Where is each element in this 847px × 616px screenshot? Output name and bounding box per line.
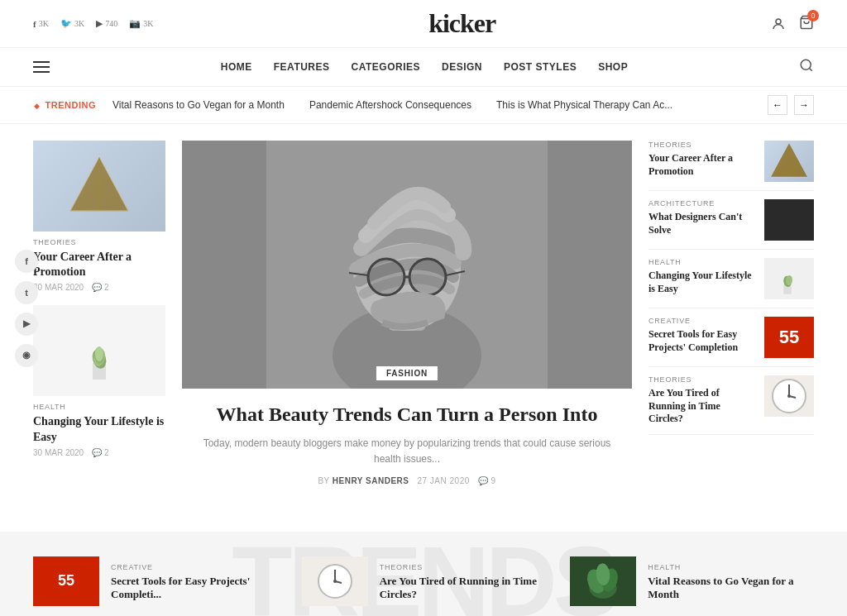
left-card-1-category: THEORIES	[33, 238, 165, 246]
hero-title[interactable]: What Beauty Trends Can Turn a Person Int…	[199, 402, 615, 427]
trending-item-2[interactable]: Pandemic Aftershock Consequences	[309, 99, 471, 111]
left-column: THEORIES Your Career After a Promotion 3…	[33, 141, 165, 499]
youtube-count[interactable]: ▶ 740	[96, 18, 117, 29]
hero-image[interactable]: FASHION	[182, 141, 632, 389]
sidebar-card-1-text: THEORIES Your Career After a Promotion	[648, 141, 756, 178]
svg-point-21	[369, 260, 404, 294]
left-card-2[interactable]: HEALTH Changing Your Lifestyle is Easy 3…	[33, 305, 165, 456]
social-instagram[interactable]: ◉	[15, 344, 38, 367]
svg-point-0	[776, 19, 781, 24]
trending-next[interactable]: →	[794, 95, 814, 115]
sidebar-card-5-text: THEORIES Are You Tired of Running in Tim…	[648, 375, 756, 426]
social-twitter[interactable]: t	[15, 281, 38, 304]
left-card-2-title: Changing Your Lifestyle is Easy	[33, 414, 165, 444]
sidebar-card-1-image	[764, 141, 814, 182]
left-card-1-meta: 30 MAR 2020 💬 2	[33, 283, 165, 292]
sidebar-card-2-image	[764, 199, 814, 241]
site-logo[interactable]: kicker	[428, 8, 495, 39]
sidebar-card-3-text: HEALTH Changing Your Lifestyle is Easy	[648, 258, 756, 295]
nav-shop[interactable]: SHOP	[598, 61, 628, 73]
nav-links: HOME FEATURES CATEGORIES DESIGN POST STY…	[221, 60, 628, 74]
left-card-1-title: Your Career After a Promotion	[33, 250, 165, 279]
sidebar-card-5-image	[764, 375, 814, 417]
hero-text: What Beauty Trends Can Turn a Person Int…	[182, 389, 632, 499]
social-youtube[interactable]: ▶	[15, 313, 38, 336]
svg-point-11	[95, 346, 103, 361]
social-counts: f 3K 🐦 3K ▶ 740 📷 3K	[33, 18, 153, 29]
left-card-1[interactable]: THEORIES Your Career After a Promotion 3…	[33, 141, 165, 292]
hero-date: 27 JAN 2020	[417, 476, 469, 485]
sidebar-card-4-image: 55	[764, 317, 814, 358]
top-bar: f 3K 🐦 3K ▶ 740 📷 3K kicker 0	[0, 0, 847, 48]
bottom-card-3[interactable]: HEALTH Vital Reasons to Go Vegan for a M…	[570, 556, 814, 606]
svg-point-34	[333, 580, 337, 583]
trending-item-1[interactable]: Vital Reasons to Go Vegan for a Month	[112, 99, 285, 111]
bottom-card-1[interactable]: 55 CREATIVE Secret Tools for Easy Projec…	[33, 556, 277, 606]
main-content: THEORIES Your Career After a Promotion 3…	[0, 124, 847, 515]
facebook-count[interactable]: f 3K	[33, 19, 49, 29]
sidebar-card-2[interactable]: ARCHITECTURE What Designers Can't Solve	[648, 191, 814, 250]
hamburger-menu[interactable]	[33, 61, 50, 73]
svg-point-2	[801, 60, 811, 69]
bottom-card-2-image	[302, 556, 368, 606]
trending-items: Vital Reasons to Go Vegan for a Month Pa…	[112, 99, 751, 111]
trending-prev[interactable]: ←	[768, 95, 787, 115]
sidebar-card-3[interactable]: HEALTH Changing Your Lifestyle is Easy	[648, 250, 814, 308]
hero-category: FASHION	[376, 366, 438, 380]
social-sidebar: f t ▶ ◉	[15, 250, 38, 367]
trending-item-3[interactable]: This is What Physical Therapy Can Ac...	[496, 99, 672, 111]
nav-home[interactable]: HOME	[221, 61, 252, 73]
bottom-cards: 55 CREATIVE Secret Tools for Easy Projec…	[33, 556, 814, 606]
bottom-card-3-image	[570, 556, 636, 606]
left-card-2-image	[33, 305, 165, 396]
left-card-2-meta: 30 MAR 2020 💬 2	[33, 448, 165, 457]
cart-button[interactable]: 0	[799, 15, 814, 33]
left-card-2-category: HEALTH	[33, 403, 165, 411]
sidebar-card-3-image	[764, 258, 814, 299]
nav-bar: HOME FEATURES CATEGORIES DESIGN POST STY…	[0, 48, 847, 87]
hero-byline: BY HENRY SANDERS 27 JAN 2020 💬 9	[199, 476, 615, 485]
nav-design[interactable]: DESIGN	[442, 61, 482, 73]
nav-post-styles[interactable]: POST STYLES	[504, 61, 577, 73]
hero-excerpt: Today, modern beauty bloggers make money…	[199, 436, 615, 467]
svg-point-30	[787, 394, 791, 398]
right-sidebar: THEORIES Your Career After a Promotion A…	[648, 141, 814, 499]
cart-badge-count: 0	[807, 10, 819, 21]
twitter-count[interactable]: 🐦 3K	[60, 18, 84, 29]
instagram-count[interactable]: 📷 3K	[129, 18, 153, 29]
trending-bar: ⬥ TRENDING Vital Reasons to Go Vegan for…	[0, 87, 847, 124]
trending-label: ⬥ TRENDING	[33, 98, 96, 112]
sidebar-card-4[interactable]: CREATIVE Secret Tools for Easy Projects'…	[648, 308, 814, 367]
left-card-1-image	[33, 141, 165, 232]
sidebar-card-4-text: CREATIVE Secret Tools for Easy Projects'…	[648, 317, 756, 354]
bottom-section: TRENDS 55 CREATIVE Secret Tools for Easy…	[0, 532, 847, 616]
trending-dot-icon: ⬥	[33, 98, 41, 112]
bottom-card-2-text: THEORIES Are You Tired of Running in Tim…	[380, 556, 546, 603]
sidebar-card-2-text: ARCHITECTURE What Designers Can't Solve	[648, 199, 756, 236]
sidebar-card-5[interactable]: THEORIES Are You Tired of Running in Tim…	[648, 367, 814, 435]
top-right-icons: 0	[771, 15, 814, 33]
bottom-card-2[interactable]: THEORIES Are You Tired of Running in Tim…	[302, 556, 546, 606]
search-icon[interactable]	[799, 58, 814, 76]
hero-author: HENRY SANDERS	[333, 476, 409, 485]
bottom-card-1-image: 55	[33, 556, 99, 606]
sidebar-card-1[interactable]: THEORIES Your Career After a Promotion	[648, 141, 814, 191]
user-icon[interactable]	[771, 17, 786, 31]
svg-point-22	[410, 260, 445, 294]
bottom-card-3-text: HEALTH Vital Reasons to Go Vegan for a M…	[648, 556, 814, 603]
svg-marker-23	[771, 143, 807, 177]
nav-features[interactable]: FEATURES	[274, 61, 330, 73]
nav-categories[interactable]: CATEGORIES	[352, 61, 420, 73]
center-column: FASHION What Beauty Trends Can Turn a Pe…	[182, 141, 632, 499]
trending-nav: ← →	[768, 95, 814, 115]
bottom-card-1-text: CREATIVE Secret Tools for Easy Projects'…	[111, 556, 277, 603]
social-facebook[interactable]: f	[15, 250, 38, 273]
